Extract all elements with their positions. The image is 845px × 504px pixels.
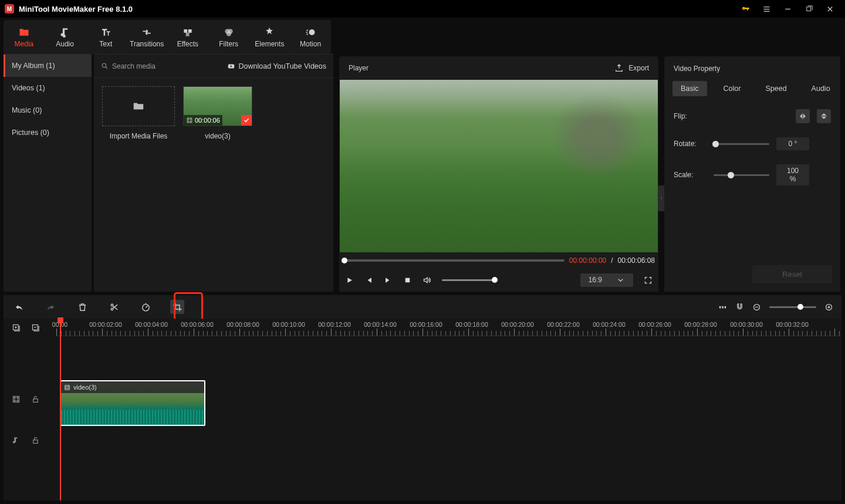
svg-rect-21 (33, 440, 38, 444)
search-icon (101, 62, 109, 70)
flip-label: Flip: (674, 112, 704, 120)
tab-motion[interactable]: Motion (290, 20, 331, 54)
chevron-down-icon (616, 276, 625, 285)
rotate-label: Rotate: (674, 140, 704, 148)
youtube-icon (227, 62, 235, 70)
media-clip-tile[interactable]: 00:00:06 video(3) (183, 86, 252, 140)
tab-label: Text (99, 40, 112, 48)
clip-waveform (61, 410, 204, 425)
upgrade-key-icon[interactable] (735, 0, 756, 18)
prop-tab-audio[interactable]: Audio (803, 81, 839, 96)
timeline-clip[interactable]: video(3) (60, 380, 205, 426)
zoom-slider[interactable] (769, 306, 816, 308)
playhead[interactable] (60, 319, 61, 500)
split-button[interactable] (107, 300, 121, 314)
tab-label: Elements (255, 40, 284, 48)
media-panel: Search media Download YouTube Videos Imp… (94, 54, 333, 292)
collapse-panel-button[interactable] (658, 185, 664, 211)
autofit-button[interactable] (718, 303, 727, 312)
sidebar-item-music[interactable]: Music (0) (4, 99, 92, 121)
tab-elements[interactable]: Elements (249, 20, 290, 54)
zoom-out-button[interactable] (752, 303, 761, 312)
time-current: 00:00:00:00 (569, 256, 606, 265)
flip-vertical-button[interactable] (817, 109, 831, 123)
search-input[interactable]: Search media (101, 62, 221, 70)
film-icon (186, 117, 193, 124)
scale-label: Scale: (674, 171, 704, 179)
menu-icon[interactable] (756, 0, 777, 18)
play-button[interactable] (345, 276, 354, 285)
lock-icon[interactable] (31, 395, 40, 404)
svg-rect-0 (806, 6, 810, 11)
ruler-label: 00:00:30:00 (730, 321, 762, 328)
sidebar-item-album[interactable]: My Album (1) (4, 55, 92, 77)
sidebar-item-videos[interactable]: Videos (1) (4, 77, 92, 99)
property-panel: Video Property Basic Color Speed Audio F… (664, 56, 840, 292)
reset-button[interactable]: Reset (752, 265, 832, 283)
main-tabs: Media Audio Text Transitions Effects Fil… (4, 20, 331, 54)
chevron-right-icon (659, 196, 664, 201)
prev-frame-button[interactable] (364, 276, 373, 285)
rotate-value[interactable]: 0 ° (776, 137, 809, 150)
zoom-in-button[interactable] (824, 303, 833, 312)
ruler-label: 00:00:28:00 (684, 321, 716, 328)
time-total: 00:00:06:08 (618, 256, 655, 265)
aspect-ratio-select[interactable]: 16:9 (580, 273, 633, 287)
svg-point-7 (309, 29, 315, 35)
sidebar-item-pictures[interactable]: Pictures (0) (4, 121, 92, 144)
svg-rect-10 (187, 118, 192, 123)
clip-name: video(3) (183, 132, 252, 140)
ruler-label: 00:00:08:00 (227, 321, 259, 328)
scrub-slider[interactable] (343, 259, 565, 262)
import-media-tile[interactable]: Import Media Files (102, 86, 175, 140)
tab-text[interactable]: Text (86, 20, 127, 54)
svg-rect-2 (188, 29, 192, 33)
prop-tab-speed[interactable]: Speed (757, 81, 795, 96)
prop-tab-basic[interactable]: Basic (672, 81, 707, 96)
tab-effects[interactable]: Effects (167, 20, 208, 54)
scale-slider[interactable] (714, 174, 769, 176)
timeline-ruler[interactable]: 00:0000:00:02:0000:00:04:0000:00:06:0000… (56, 319, 841, 336)
export-button[interactable]: Export (614, 63, 649, 73)
add-track-button[interactable] (12, 323, 21, 332)
delete-button[interactable] (75, 300, 89, 314)
timeline[interactable]: 00:0000:00:02:0000:00:04:0000:00:06:0000… (4, 319, 841, 500)
undo-button[interactable] (12, 300, 26, 314)
speed-button[interactable] (138, 300, 153, 314)
svg-point-8 (102, 63, 106, 67)
ruler-label: 00:00:20:00 (501, 321, 533, 328)
lock-icon[interactable] (31, 436, 40, 445)
maximize-button[interactable] (798, 0, 819, 18)
ruler-label: 00:00:26:00 (638, 321, 671, 328)
video-preview[interactable] (340, 80, 658, 253)
svg-rect-11 (405, 278, 410, 282)
redo-button[interactable] (43, 300, 58, 314)
scale-value[interactable]: 100 % (776, 164, 809, 185)
minimize-button[interactable] (777, 0, 798, 18)
download-youtube-link[interactable]: Download YouTube Videos (227, 62, 326, 70)
close-button[interactable] (819, 0, 840, 18)
tab-audio[interactable]: Audio (45, 20, 86, 54)
tab-filters[interactable]: Filters (208, 20, 249, 54)
flip-horizontal-button[interactable] (796, 109, 810, 123)
app-title: MiniTool MovieMaker Free 8.1.0 (19, 5, 133, 13)
volume-slider[interactable] (442, 279, 496, 281)
magnet-button[interactable] (735, 303, 744, 312)
ruler-label: 00:00:32:00 (776, 321, 808, 328)
prop-tab-color[interactable]: Color (715, 81, 749, 96)
volume-icon[interactable] (422, 276, 431, 285)
timeline-toolbar: Crop (4, 295, 841, 319)
ruler-label: 00:00:24:00 (593, 321, 625, 328)
svg-rect-3 (186, 32, 190, 36)
player-title: Player (349, 64, 369, 72)
audio-track-icon (12, 436, 21, 445)
next-frame-button[interactable] (384, 276, 393, 285)
svg-rect-1 (184, 29, 187, 33)
rotate-slider[interactable] (714, 143, 769, 145)
stop-button[interactable] (403, 276, 412, 285)
fullscreen-button[interactable] (644, 276, 653, 285)
svg-point-14 (142, 304, 148, 310)
tab-transitions[interactable]: Transitions (126, 20, 167, 54)
tab-media[interactable]: Media (4, 20, 45, 54)
remove-track-button[interactable] (31, 323, 40, 332)
